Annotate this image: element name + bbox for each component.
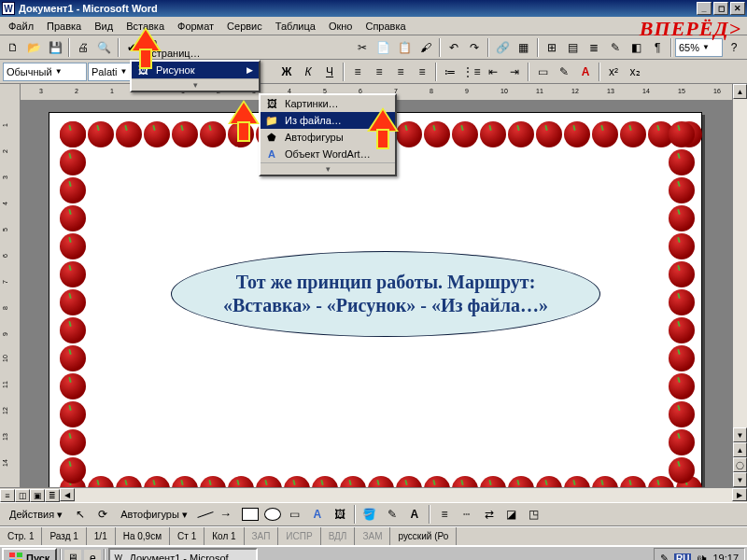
rect-shape-icon[interactable] xyxy=(240,504,261,525)
menu-view[interactable]: Вид xyxy=(88,19,120,34)
excel-icon[interactable]: ▤ xyxy=(562,37,583,58)
cut-icon[interactable]: ✂ xyxy=(352,37,373,58)
wordart-icon[interactable]: A xyxy=(307,504,328,525)
textbox-icon[interactable]: ▭ xyxy=(285,504,305,525)
save-icon[interactable]: 💾 xyxy=(45,37,65,58)
tray-volume-icon[interactable]: 🕪 xyxy=(697,553,707,560)
menu-format[interactable]: Формат xyxy=(171,19,220,34)
new-doc-icon[interactable]: 🗋 xyxy=(3,37,23,58)
clipart-icon[interactable]: 🖼 xyxy=(330,504,350,525)
status-pages: 1/1 xyxy=(87,527,116,545)
vertical-scrollbar[interactable]: ▲ ▼ ▲ ◯ ▼ xyxy=(732,84,747,487)
autoshapes-menu[interactable]: Автофигуры ▾ xyxy=(115,507,193,523)
menubar: Файл Правка Вид Вставка Формат Сервис Та… xyxy=(0,17,747,35)
scroll-up-icon[interactable]: ▲ xyxy=(733,84,747,99)
threed-icon[interactable]: ◳ xyxy=(524,504,544,525)
dash-style-icon[interactable]: ┄ xyxy=(457,504,477,525)
line-color-icon[interactable]: ✎ xyxy=(382,504,402,525)
status-ext: ВДЛ xyxy=(321,527,356,545)
scroll-right-icon[interactable]: ▶ xyxy=(732,488,747,501)
format-painter-icon[interactable]: 🖌 xyxy=(416,37,436,58)
horizontal-scrollbar[interactable]: ≡ ◫ ▣ ≣ ◀ ▶ xyxy=(0,487,747,502)
subscript-icon[interactable]: x₂ xyxy=(625,62,645,82)
bold-button[interactable]: Ж xyxy=(276,62,297,82)
highlight-icon[interactable]: ✎ xyxy=(554,62,574,82)
scroll-down-icon[interactable]: ▼ xyxy=(733,427,747,442)
normal-view-icon[interactable]: ≡ xyxy=(0,489,15,502)
align-right-icon[interactable]: ≡ xyxy=(390,62,411,82)
font-color-icon[interactable]: A xyxy=(575,62,596,82)
hyperlink-icon[interactable]: 🔗 xyxy=(492,37,513,58)
callout-line1: Тот же принцип работы. Маршрут: xyxy=(223,271,548,294)
quicklaunch-ie-icon[interactable]: e xyxy=(84,550,101,560)
preview-icon[interactable]: 🔍 xyxy=(94,37,115,58)
browse-object-icon[interactable]: ◯ xyxy=(733,457,747,472)
menu-expand-icon[interactable]: ▾ xyxy=(261,162,395,175)
menu-edit[interactable]: Правка xyxy=(40,19,88,34)
undo-icon[interactable]: ↶ xyxy=(444,37,464,58)
menu-table[interactable]: Таблица xyxy=(269,19,322,34)
copy-icon[interactable]: 📄 xyxy=(374,37,394,58)
paste-icon[interactable]: 📋 xyxy=(394,37,415,58)
web-view-icon[interactable]: ◫ xyxy=(15,489,30,502)
arrow-style-icon[interactable]: ⇄ xyxy=(479,504,500,525)
shadow-icon[interactable]: ◪ xyxy=(501,504,522,525)
outline-view-icon[interactable]: ≣ xyxy=(45,489,60,502)
columns-icon[interactable]: ≣ xyxy=(584,37,604,58)
superscript-icon[interactable]: x² xyxy=(603,62,624,82)
line-style-icon[interactable]: ≡ xyxy=(434,504,455,525)
style-combo[interactable]: Обычный▼ xyxy=(3,63,87,81)
menu-help[interactable]: Справка xyxy=(359,19,412,34)
underline-button[interactable]: Ч xyxy=(319,62,340,82)
font-color-draw-icon[interactable]: A xyxy=(404,504,425,525)
minimize-button[interactable]: _ xyxy=(697,2,712,15)
indent-icon[interactable]: ⇥ xyxy=(504,62,525,82)
redo-icon[interactable]: ↷ xyxy=(465,37,486,58)
zoom-value: 65% xyxy=(679,42,699,53)
formatting-toolbar: Обычный▼ Palati▼ Ж К Ч ≡ ≡ ≡ ≡ ≔ ⋮≡ ⇤ ⇥ … xyxy=(0,60,747,84)
arrow-shape-icon[interactable] xyxy=(218,504,238,525)
status-page: Стр. 1 xyxy=(0,527,42,545)
submenu-wordart[interactable]: A Объект WordArt… xyxy=(261,146,395,162)
insert-table-icon[interactable]: ⊞ xyxy=(542,37,562,58)
borders-icon[interactable]: ▭ xyxy=(532,62,553,82)
next-page-icon[interactable]: ▼ xyxy=(733,472,747,487)
tables-borders-icon[interactable]: ▦ xyxy=(514,37,534,58)
actions-menu[interactable]: Действия ▾ xyxy=(4,507,68,523)
menu-tools[interactable]: Сервис xyxy=(220,19,269,34)
menu-expand-icon[interactable]: ▾ xyxy=(132,78,259,91)
quicklaunch-desktop-icon[interactable]: 🖥 xyxy=(64,550,81,560)
select-objects-icon[interactable]: ↖ xyxy=(70,504,91,525)
taskbar-word-button[interactable]: W Документ1 - Microsof… xyxy=(108,548,258,560)
prev-page-icon[interactable]: ▲ xyxy=(733,442,747,457)
open-icon[interactable]: 📂 xyxy=(24,37,45,58)
italic-button[interactable]: К xyxy=(298,62,318,82)
vertical-ruler: 1234567891011121314 xyxy=(0,84,21,487)
menu-window[interactable]: Окно xyxy=(322,19,359,34)
print-icon[interactable]: 🖨 xyxy=(73,37,93,58)
drawing-icon[interactable]: ✎ xyxy=(605,37,626,58)
tray-lang[interactable]: RU xyxy=(674,553,691,561)
oval-shape-icon[interactable] xyxy=(262,504,283,525)
scroll-left-icon[interactable]: ◀ xyxy=(60,488,75,501)
maximize-button[interactable]: ◻ xyxy=(713,2,728,15)
align-center-icon[interactable]: ≡ xyxy=(369,62,389,82)
outdent-icon[interactable]: ⇤ xyxy=(483,62,503,82)
align-left-icon[interactable]: ≡ xyxy=(347,62,368,82)
status-bar: Стр. 1 Разд 1 1/1 На 0,9см Ст 1 Кол 1 ЗА… xyxy=(0,526,747,545)
start-button[interactable]: Пуск xyxy=(2,548,57,560)
menu-file[interactable]: Файл xyxy=(2,19,40,34)
fill-color-icon[interactable]: 🪣 xyxy=(359,504,380,525)
status-col: Кол 1 xyxy=(204,527,244,545)
tray-pen-icon[interactable]: ✎ xyxy=(660,553,669,561)
bullets-icon[interactable]: ⋮≡ xyxy=(461,62,482,82)
print-view-icon[interactable]: ▣ xyxy=(30,489,45,502)
line-shape-icon[interactable] xyxy=(195,504,216,525)
taskbar: Пуск 🖥 e W Документ1 - Microsof… ✎ RU 🕪 … xyxy=(0,545,747,560)
numbering-icon[interactable]: ≔ xyxy=(440,62,460,82)
close-button[interactable]: ✕ xyxy=(730,2,745,15)
word-icon: W xyxy=(114,553,125,560)
rotate-icon[interactable]: ⟳ xyxy=(92,504,113,525)
status-at: На 0,9см xyxy=(116,527,170,545)
align-justify-icon[interactable]: ≡ xyxy=(412,62,432,82)
